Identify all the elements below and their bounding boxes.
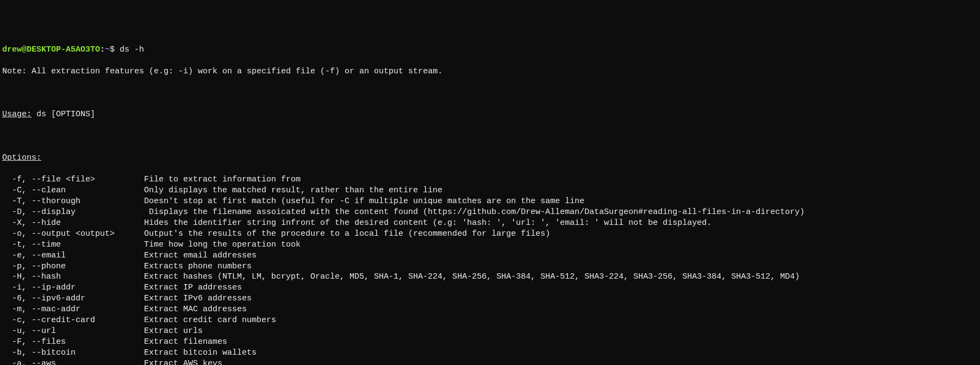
option-row: -c, --credit-cardExtract credit card num…	[2, 315, 978, 326]
option-desc: Extracts phone numbers	[144, 262, 252, 271]
indent	[2, 250, 12, 261]
option-desc: Extract urls	[144, 326, 203, 336]
option-row: -T, --thoroughDoesn't stop at first matc…	[2, 196, 978, 207]
usage-text: ds [OPTIONS]	[32, 110, 95, 119]
indent	[2, 272, 12, 282]
indent	[2, 326, 12, 337]
option-flag: -6, --ipv6-addr	[12, 293, 144, 304]
option-flag: -T, --thorough	[12, 196, 144, 207]
option-desc: Time how long the operation took	[144, 240, 301, 249]
indent	[2, 358, 12, 365]
option-desc: File to extract information from	[144, 175, 301, 184]
command-text: ds -h	[120, 45, 144, 54]
indent	[2, 196, 12, 207]
option-flag: -F, --files	[12, 337, 144, 348]
option-row: -X, --hideHides the identifier string in…	[2, 218, 978, 229]
indent	[2, 337, 12, 348]
option-row: -o, --output <output>Output's the result…	[2, 229, 978, 240]
option-desc: Only displays the matched result, rather…	[144, 186, 442, 195]
option-desc: Doesn't stop at first match (useful for …	[144, 197, 584, 206]
options-list: -f, --file <file>File to extract informa…	[2, 174, 978, 365]
option-desc: Displays the filename assoicated with th…	[144, 207, 804, 217]
option-row: -F, --filesExtract filenames	[2, 337, 978, 348]
indent	[2, 174, 12, 185]
option-flag: -C, --clean	[12, 185, 144, 196]
option-desc: Extract AWS keys	[144, 359, 222, 365]
indent	[2, 348, 12, 358]
indent	[2, 229, 12, 240]
option-row: -a, --awsExtract AWS keys	[2, 358, 978, 365]
option-row: -u, --urlExtract urls	[2, 326, 978, 337]
option-flag: -i, --ip-addr	[12, 282, 144, 293]
option-desc: Extract bitcoin wallets	[144, 348, 257, 357]
usage-label: Usage:	[2, 110, 32, 119]
option-desc: Extract IPv6 addresses	[144, 294, 252, 303]
prompt-path: ~	[105, 45, 110, 54]
option-flag: -e, --email	[12, 250, 144, 261]
prompt-dollar: $	[110, 45, 115, 54]
option-row: -C, --cleanOnly displays the matched res…	[2, 185, 978, 196]
option-flag: -p, --phone	[12, 261, 144, 272]
prompt-user-host: drew@DESKTOP-A5AO3TO	[2, 45, 100, 54]
option-flag: -m, --mac-addr	[12, 304, 144, 315]
option-row: -m, --mac-addrExtract MAC addresses	[2, 304, 978, 315]
indent	[2, 261, 12, 272]
option-flag: -c, --credit-card	[12, 315, 144, 326]
option-row: -6, --ipv6-addrExtract IPv6 addresses	[2, 293, 978, 304]
indent	[2, 293, 12, 304]
indent	[2, 240, 12, 250]
options-header: Options:	[2, 153, 978, 163]
blank-line	[2, 88, 978, 99]
options-label: Options:	[2, 153, 41, 162]
option-desc: Extract filenames	[144, 337, 227, 347]
option-flag: -a, --aws	[12, 358, 144, 365]
blank-line	[2, 131, 978, 142]
option-flag: -D, --display	[12, 207, 144, 218]
prompt-sep: :	[100, 45, 105, 54]
option-flag: -X, --hide	[12, 218, 144, 229]
option-desc: Extract email addresses	[144, 251, 257, 260]
option-desc: Extract credit card numbers	[144, 316, 276, 325]
option-row: -p, --phoneExtracts phone numbers	[2, 261, 978, 272]
option-desc: Output's the results of the procedure to…	[144, 229, 550, 238]
option-desc: Hides the identifier string infront of t…	[144, 218, 711, 228]
option-flag: -f, --file <file>	[12, 174, 144, 185]
option-row: -H, --hashExtract hashes (NTLM, LM, bcry…	[2, 272, 978, 282]
option-row: -f, --file <file>File to extract informa…	[2, 174, 978, 185]
option-desc: Extract IP addresses	[144, 283, 242, 292]
indent	[2, 185, 12, 196]
option-flag: -b, --bitcoin	[12, 348, 144, 358]
usage-line: Usage: ds [OPTIONS]	[2, 109, 978, 120]
indent	[2, 315, 12, 326]
option-flag: -t, --time	[12, 240, 144, 250]
option-desc: Extract MAC addresses	[144, 305, 247, 314]
option-row: -i, --ip-addrExtract IP addresses	[2, 282, 978, 293]
option-row: -D, --display Displays the filename asso…	[2, 207, 978, 218]
indent	[2, 207, 12, 218]
option-flag: -o, --output <output>	[12, 229, 144, 240]
option-row: -e, --emailExtract email addresses	[2, 250, 978, 261]
indent	[2, 218, 12, 229]
indent	[2, 282, 12, 293]
option-row: -t, --timeTime how long the operation to…	[2, 240, 978, 250]
indent	[2, 304, 12, 315]
option-flag: -u, --url	[12, 326, 144, 337]
option-desc: Extract hashes (NTLM, LM, bcrypt, Oracle…	[144, 272, 800, 281]
prompt-line[interactable]: drew@DESKTOP-A5AO3TO:~$ ds -h	[2, 45, 978, 55]
note-line: Note: All extraction features (e.g: -i) …	[2, 66, 978, 77]
option-flag: -H, --hash	[12, 272, 144, 282]
option-row: -b, --bitcoinExtract bitcoin wallets	[2, 348, 978, 358]
